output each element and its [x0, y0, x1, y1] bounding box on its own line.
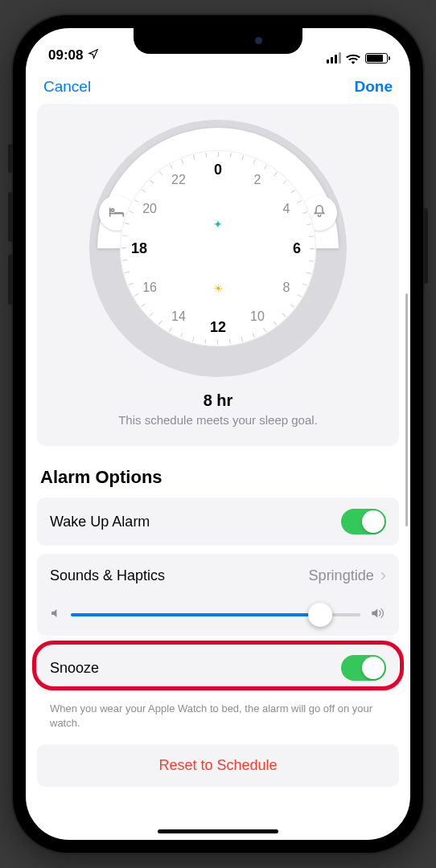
bed-icon [109, 205, 125, 222]
volume-high-icon [370, 607, 386, 623]
wake-up-alarm-toggle[interactable] [341, 509, 386, 534]
sounds-haptics-label: Sounds & Haptics [50, 567, 165, 584]
volume-slider-thumb[interactable] [308, 603, 332, 627]
bell-icon [313, 204, 326, 223]
cellular-icon [327, 52, 341, 63]
dial-hour-0: 0 [208, 162, 228, 178]
done-button[interactable]: Done [355, 78, 393, 96]
content: ✦ ☀ 0246810121416182022 8 hr This schedu… [26, 104, 410, 819]
device-frame: 09:08 Cancel Done [13, 15, 423, 853]
home-indicator[interactable] [158, 829, 278, 833]
reset-to-schedule-button[interactable]: Reset to Schedule [37, 744, 399, 787]
wifi-icon [346, 52, 360, 63]
sleep-dial[interactable]: ✦ ☀ 0246810121416182022 [89, 120, 347, 377]
snooze-label: Snooze [50, 660, 99, 677]
volume-row [37, 597, 399, 636]
sleep-dial-card: ✦ ☀ 0246810121416182022 8 hr This schedu… [37, 104, 399, 446]
device-volume-down [8, 255, 13, 305]
reset-label: Reset to Schedule [158, 757, 277, 773]
dial-hour-18: 18 [129, 240, 150, 257]
dial-hour-20: 20 [139, 202, 160, 216]
snooze-toggle[interactable] [341, 655, 386, 681]
footnote-text: When you wear your Apple Watch to bed, t… [37, 697, 399, 730]
dial-hour-10: 10 [247, 309, 268, 324]
screen: 09:08 Cancel Done [26, 28, 410, 840]
snooze-row: Snooze [37, 644, 399, 692]
dial-hour-2: 2 [247, 173, 268, 187]
dial-hour-6: 6 [286, 240, 307, 257]
sun-icon: ☀ [213, 282, 224, 295]
chevron-right-icon: › [380, 565, 386, 586]
dial-hour-12: 12 [208, 319, 228, 336]
dial-hour-22: 22 [168, 173, 189, 187]
scroll-indicator[interactable] [405, 293, 408, 526]
sparkle-icon: ✦ [213, 218, 223, 231]
battery-icon [365, 53, 388, 63]
dial-hour-8: 8 [276, 280, 297, 295]
wake-up-alarm-row: Wake Up Alarm [37, 497, 399, 546]
volume-low-icon [50, 608, 61, 622]
sounds-haptics-value: Springtide [309, 567, 374, 584]
dial-hour-14: 14 [168, 309, 189, 324]
volume-slider[interactable] [71, 613, 360, 616]
duration-label: 8 hr [37, 391, 399, 410]
status-time: 09:08 [48, 47, 83, 63]
dial-hour-16: 16 [139, 280, 160, 295]
sounds-haptics-row[interactable]: Sounds & Haptics Springtide › [37, 554, 399, 597]
device-volume-up [8, 192, 13, 242]
device-notch [134, 28, 302, 54]
nav-bar: Cancel Done [26, 67, 410, 104]
device-mute-switch [8, 144, 13, 173]
device-power-button [423, 208, 428, 284]
dial-hour-4: 4 [276, 202, 297, 216]
goal-text: This schedule meets your sleep goal. [37, 413, 399, 427]
cancel-button[interactable]: Cancel [43, 78, 91, 96]
location-icon [88, 47, 99, 63]
wake-up-alarm-label: Wake Up Alarm [50, 514, 150, 530]
alarm-options-title: Alarm Options [40, 467, 396, 488]
